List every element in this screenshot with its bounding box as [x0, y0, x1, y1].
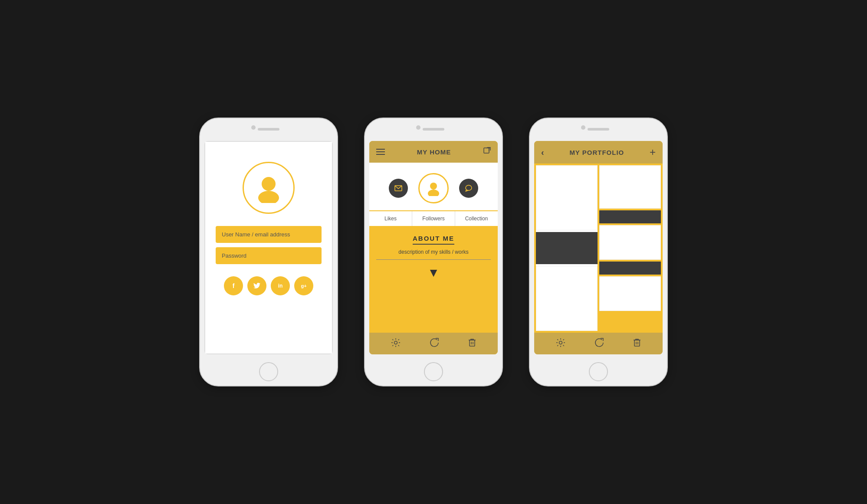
svg-rect-10 [470, 340, 475, 346]
email-icon [394, 185, 402, 191]
portfolio-screen: ‹ MY PORTFOLIO + [534, 141, 663, 354]
svg-rect-2 [484, 148, 489, 153]
phone-portfolio: ‹ MY PORTFOLIO + [529, 118, 668, 386]
avatar-circle [243, 162, 295, 214]
profile-user-icon [426, 180, 441, 196]
refresh-icon [430, 338, 439, 347]
login-screen: f in g+ [204, 141, 333, 354]
portfolio-cell-dark-2 [599, 210, 661, 223]
portfolio-settings-icon [556, 338, 565, 347]
profile-avatar[interactable] [418, 173, 449, 203]
bottom-bar [369, 333, 498, 354]
about-title: ABOUT ME [413, 235, 454, 245]
portfolio-title: MY PORTFOLIO [569, 149, 624, 156]
hamburger-menu[interactable] [376, 149, 385, 155]
portfolio-bottom-bar [534, 333, 663, 354]
svg-point-13 [559, 341, 562, 344]
portfolio-refresh-button[interactable] [594, 338, 604, 350]
refresh-button[interactable] [430, 338, 439, 350]
phone-login: f in g+ [199, 118, 338, 386]
chat-button[interactable] [459, 179, 478, 198]
svg-point-0 [262, 177, 276, 191]
svg-point-9 [394, 341, 397, 344]
phone-home-button[interactable] [259, 362, 278, 381]
trash-icon [468, 338, 476, 347]
portfolio-grid [534, 164, 663, 333]
user-avatar-icon [253, 173, 284, 203]
svg-point-6 [430, 183, 437, 190]
portfolio-cell-4 [599, 225, 661, 260]
svg-point-1 [258, 191, 279, 203]
message-button[interactable] [389, 179, 408, 198]
portfolio-cell-5 [599, 276, 661, 311]
phone-home-button[interactable] [589, 362, 608, 381]
app-header: MY HOME [369, 141, 498, 163]
svg-point-8 [466, 185, 472, 190]
portfolio-cell-1 [536, 165, 598, 230]
tab-followers[interactable]: Followers [412, 211, 455, 226]
portfolio-col-left [536, 165, 598, 331]
facebook-button[interactable]: f [224, 276, 243, 295]
linkedin-button[interactable]: in [271, 276, 290, 295]
tab-likes[interactable]: Likes [369, 211, 412, 226]
tab-collection[interactable]: Collection [455, 211, 498, 226]
phone-camera [251, 125, 256, 130]
profile-icons-row [389, 173, 478, 203]
social-buttons: f in g+ [224, 276, 313, 295]
portfolio-cell-dark-3 [599, 262, 661, 275]
twitter-button[interactable] [247, 276, 266, 295]
tabs-row: Likes Followers Collection [369, 210, 498, 226]
phones-container: f in g+ [199, 118, 668, 386]
chat-icon [465, 184, 473, 192]
portfolio-header: ‹ MY PORTFOLIO + [534, 141, 663, 164]
username-input[interactable] [216, 226, 322, 243]
phone-camera [416, 125, 420, 130]
portfolio-delete-button[interactable] [633, 338, 641, 350]
down-arrow-icon: ▼ [427, 266, 440, 280]
portfolio-refresh-icon [594, 338, 604, 347]
phone-home: MY HOME [364, 118, 503, 386]
portfolio-settings-button[interactable] [556, 338, 565, 350]
phone-home-button[interactable] [424, 362, 443, 381]
phone-camera [581, 125, 585, 130]
settings-icon [391, 338, 401, 347]
about-description: description of my skills / works [376, 249, 491, 260]
twitter-icon [253, 283, 260, 289]
edit-button[interactable] [483, 147, 491, 157]
delete-button[interactable] [468, 338, 476, 350]
portfolio-cell-2 [599, 165, 661, 209]
edit-icon [483, 147, 491, 155]
page-title: MY HOME [417, 148, 451, 156]
portfolio-trash-icon [633, 338, 641, 347]
portfolio-col-right [599, 165, 661, 317]
svg-point-7 [428, 190, 439, 196]
settings-button[interactable] [391, 338, 401, 350]
svg-rect-14 [634, 340, 640, 346]
profile-section [369, 163, 498, 210]
about-section: ABOUT ME description of my skills / work… [369, 226, 498, 333]
portfolio-cell-dark-1 [536, 232, 598, 264]
portfolio-cell-3 [536, 266, 598, 331]
add-button[interactable]: + [650, 146, 656, 158]
home-screen: MY HOME [369, 141, 498, 354]
password-input[interactable] [216, 247, 322, 264]
googleplus-button[interactable]: g+ [294, 276, 313, 295]
back-button[interactable]: ‹ [541, 147, 544, 157]
